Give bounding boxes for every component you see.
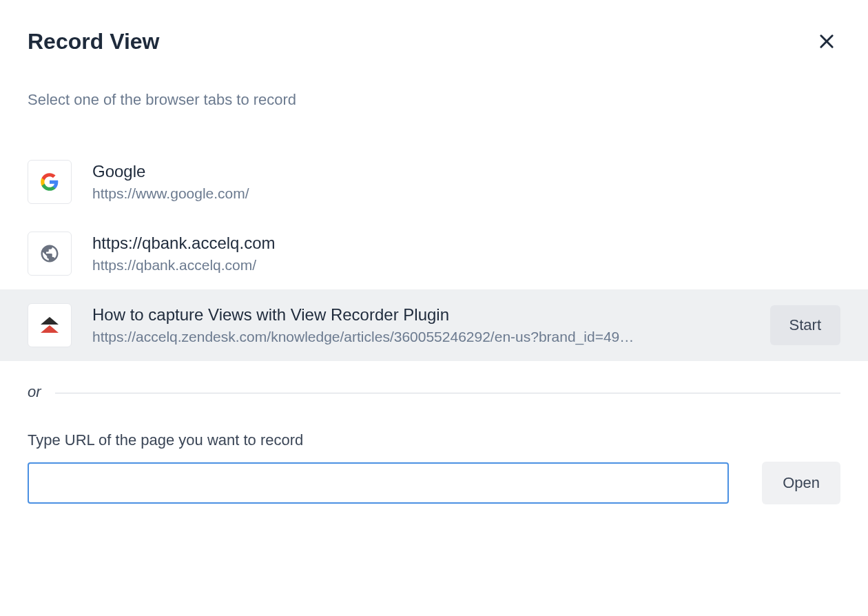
instruction-text: Select one of the browser tabs to record <box>0 55 868 109</box>
svg-marker-2 <box>41 317 59 325</box>
svg-marker-3 <box>41 325 59 333</box>
tab-item-accelq-article[interactable]: How to capture Views with View Recorder … <box>0 289 868 361</box>
start-button[interactable]: Start <box>770 305 840 345</box>
url-input-label: Type URL of the page you want to record <box>28 431 840 449</box>
close-icon <box>817 32 836 51</box>
open-button[interactable]: Open <box>762 462 840 504</box>
globe-icon <box>28 232 72 276</box>
page-title: Record View <box>28 29 159 54</box>
url-input[interactable] <box>28 462 729 504</box>
tab-title: https://qbank.accelq.com <box>92 234 840 253</box>
tab-title: Google <box>92 162 840 181</box>
or-divider-label: or <box>28 383 41 401</box>
accelq-icon <box>28 303 72 347</box>
google-icon <box>28 160 72 204</box>
tab-url: https://qbank.accelq.com/ <box>92 257 840 274</box>
tab-url: https://www.google.com/ <box>92 185 840 202</box>
tab-item-qbank[interactable]: https://qbank.accelq.com https://qbank.a… <box>0 218 868 289</box>
tab-list: Google https://www.google.com/ https://q… <box>0 146 868 361</box>
tab-url: https://accelq.zendesk.com/knowledge/art… <box>92 329 750 345</box>
tab-item-google[interactable]: Google https://www.google.com/ <box>0 146 868 218</box>
close-button[interactable] <box>813 28 840 55</box>
divider-line <box>55 393 840 393</box>
tab-title: How to capture Views with View Recorder … <box>92 305 750 325</box>
